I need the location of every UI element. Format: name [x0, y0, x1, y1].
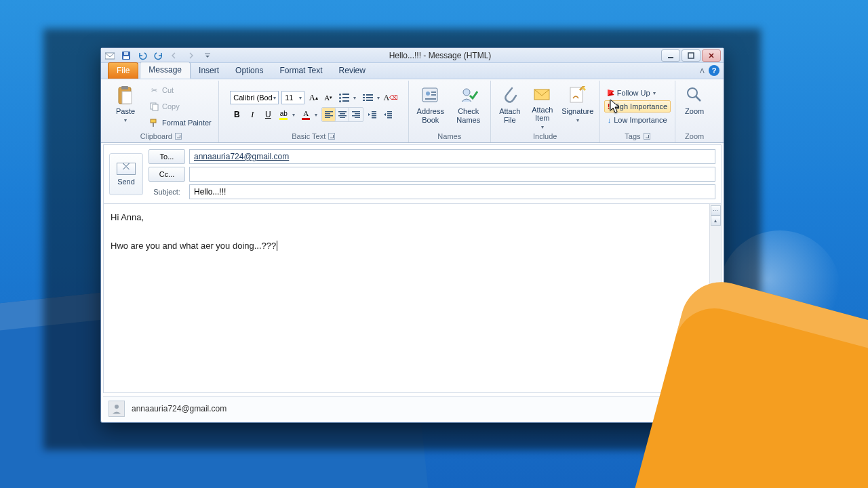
tab-file[interactable]: File [108, 62, 138, 79]
chevron-down-icon[interactable]: ▾ [353, 95, 358, 101]
signature-label: Signature [561, 107, 593, 116]
chevron-down-icon[interactable]: ▾ [315, 112, 319, 118]
cc-button[interactable]: Cc... [149, 167, 185, 182]
dialog-launcher-icon[interactable] [175, 133, 182, 140]
decrease-indent-button[interactable] [366, 108, 379, 121]
close-button[interactable] [702, 49, 721, 62]
maximize-button[interactable] [682, 49, 701, 62]
expand-people-pane-icon[interactable]: ᐱ [711, 405, 716, 412]
dialog-launcher-icon[interactable] [644, 133, 650, 140]
high-importance-icon: ! [608, 102, 610, 110]
svg-point-42 [688, 88, 697, 98]
zoom-button[interactable]: Zoom [679, 82, 709, 131]
scroll-up-icon[interactable]: ▴ [711, 216, 721, 226]
subject-field[interactable]: Hello...!!! [189, 184, 715, 199]
tab-insert[interactable]: Insert [191, 63, 227, 79]
to-field[interactable]: annaauria724@gmail.com [189, 149, 715, 164]
chevron-down-icon: ▾ [653, 90, 658, 96]
italic-button[interactable]: I [245, 108, 259, 121]
group-clipboard: Paste ▾ ✂ Cut Copy [104, 81, 219, 142]
copy-icon [149, 101, 159, 112]
signature-button[interactable]: Signature ▾ [560, 82, 595, 131]
tab-options[interactable]: Options [227, 63, 271, 79]
group-label-include: Include [533, 132, 557, 140]
svg-rect-27 [372, 113, 376, 115]
help-icon[interactable]: ? [709, 65, 719, 76]
address-book-button[interactable]: Address Book [413, 82, 448, 131]
svg-rect-22 [352, 111, 360, 113]
check-names-button[interactable]: Check Names [451, 82, 486, 131]
next-item-icon[interactable] [185, 49, 197, 62]
numbering-button[interactable] [361, 91, 374, 104]
contact-avatar[interactable] [108, 401, 125, 417]
bullets-button[interactable] [337, 91, 351, 104]
svg-rect-33 [387, 117, 392, 119]
high-importance-button[interactable]: ! High Importance [604, 100, 671, 113]
font-size-select[interactable]: 11▾ [281, 91, 304, 104]
contact-avatar-secondary[interactable] [691, 401, 707, 417]
attach-item-button[interactable]: Attach Item ▾ [528, 82, 557, 131]
contact-email: annaauria724@gmail.com [132, 404, 226, 413]
scroll-options-icon[interactable]: ⋯ [711, 205, 721, 216]
attach-item-icon [532, 84, 553, 104]
text-caret [277, 241, 277, 251]
shrink-font-icon[interactable]: A▾ [322, 92, 334, 104]
flag-icon [608, 89, 614, 96]
format-painter-icon [149, 117, 159, 128]
zoom-icon [684, 84, 705, 106]
message-header: Send To... annaauria724@gmail.com Cc... … [104, 145, 721, 204]
qat-customize-icon[interactable] [201, 49, 214, 62]
collapse-ribbon-icon[interactable]: ᐱ [700, 67, 705, 75]
chevron-down-icon[interactable]: ▾ [377, 95, 382, 101]
font-family-select[interactable]: Calibri (Bod▾ [230, 91, 279, 104]
cut-button[interactable]: ✂ Cut [146, 83, 214, 98]
minimize-button[interactable] [661, 49, 680, 62]
svg-rect-8 [121, 86, 128, 89]
font-color-button[interactable]: A [299, 108, 313, 121]
cc-field[interactable] [189, 167, 715, 182]
paste-button[interactable]: Paste ▾ [108, 82, 143, 131]
cut-icon: ✂ [149, 85, 159, 96]
prev-item-icon[interactable] [169, 49, 181, 62]
paste-label: Paste [116, 107, 135, 116]
undo-icon[interactable] [136, 49, 149, 62]
chevron-down-icon: ▾ [576, 117, 579, 123]
format-painter-button[interactable]: Format Painter [146, 115, 214, 130]
copy-button[interactable]: Copy [146, 99, 214, 114]
to-button[interactable]: To... [149, 149, 185, 164]
increase-indent-button[interactable] [381, 108, 395, 121]
follow-up-button[interactable]: Follow Up ▾ [604, 87, 671, 99]
group-label-tags: Tags [625, 132, 640, 140]
grow-font-icon[interactable]: A▴ [307, 92, 319, 104]
svg-point-39 [463, 89, 470, 96]
svg-rect-13 [153, 123, 154, 127]
tab-format-text[interactable]: Format Text [271, 63, 330, 79]
align-center-button[interactable] [336, 108, 349, 121]
tab-message[interactable]: Message [140, 62, 191, 79]
align-right-button[interactable] [349, 108, 363, 121]
chevron-down-icon: ▾ [299, 95, 304, 101]
align-left-button[interactable] [322, 108, 336, 121]
chevron-down-icon[interactable]: ▾ [292, 112, 297, 118]
svg-point-35 [426, 92, 430, 96]
underline-button[interactable]: U [261, 108, 275, 121]
redo-icon[interactable] [153, 49, 165, 62]
highlight-button[interactable]: ab [277, 108, 290, 121]
scroll-down-icon[interactable]: ▾ [711, 381, 721, 391]
svg-rect-24 [352, 115, 360, 117]
check-names-label: Check Names [456, 107, 480, 124]
attach-file-button[interactable]: Attach File [495, 82, 525, 131]
dialog-launcher-icon[interactable] [328, 133, 335, 140]
paste-icon [115, 84, 136, 106]
message-body[interactable]: Hi Anna, Hwo are you and what aer you do… [104, 204, 709, 392]
bold-button[interactable]: B [230, 108, 243, 121]
low-importance-button[interactable]: ↓ Low Importance [604, 114, 671, 126]
tab-review[interactable]: Review [331, 63, 374, 79]
group-names: Address Book Check Names Names [409, 81, 491, 142]
send-button[interactable]: Send [109, 153, 143, 195]
save-icon[interactable] [120, 49, 132, 62]
svg-rect-29 [372, 117, 376, 119]
vertical-scrollbar[interactable]: ⋯ ▴ ▾ [709, 204, 721, 392]
qat-send-icon[interactable] [104, 49, 116, 62]
clear-formatting-icon[interactable]: A⌫ [384, 92, 397, 104]
